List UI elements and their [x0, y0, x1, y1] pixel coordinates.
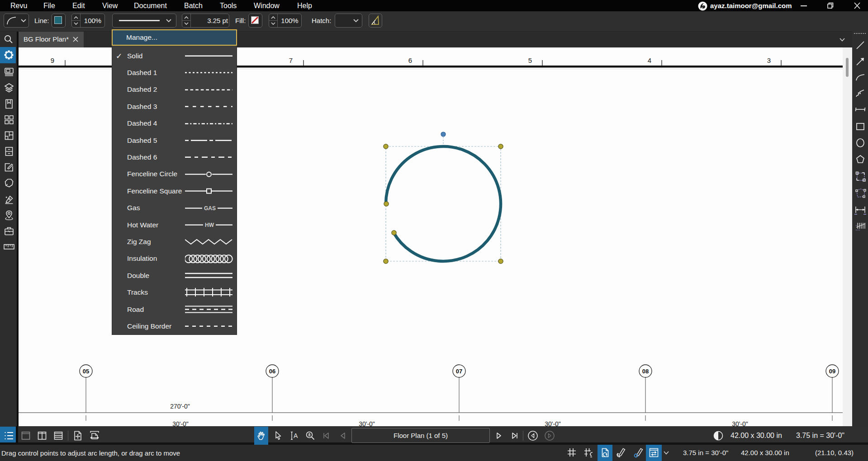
- svg-text:GAS: GAS: [204, 205, 216, 212]
- svg-text:4: 4: [648, 56, 651, 64]
- svg-text:3: 3: [767, 56, 771, 64]
- svg-text:9: 9: [51, 56, 54, 64]
- svg-text:30'-0": 30'-0": [732, 420, 748, 426]
- svg-text:7: 7: [289, 56, 293, 64]
- svg-text:07: 07: [456, 368, 462, 375]
- svg-text:A: A: [294, 432, 298, 439]
- svg-text:08: 08: [642, 368, 649, 375]
- svg-text:09: 09: [829, 368, 835, 375]
- svg-text:30'-0": 30'-0": [359, 420, 375, 426]
- svg-text:6: 6: [408, 56, 412, 64]
- svg-text:270'-0": 270'-0": [170, 403, 190, 410]
- svg-text:5: 5: [528, 56, 532, 64]
- svg-text:30'-0": 30'-0": [172, 420, 189, 426]
- svg-text:30'-0": 30'-0": [545, 420, 561, 426]
- svg-text:HW: HW: [205, 222, 214, 228]
- svg-text:06: 06: [269, 368, 275, 375]
- svg-text:05: 05: [83, 368, 89, 375]
